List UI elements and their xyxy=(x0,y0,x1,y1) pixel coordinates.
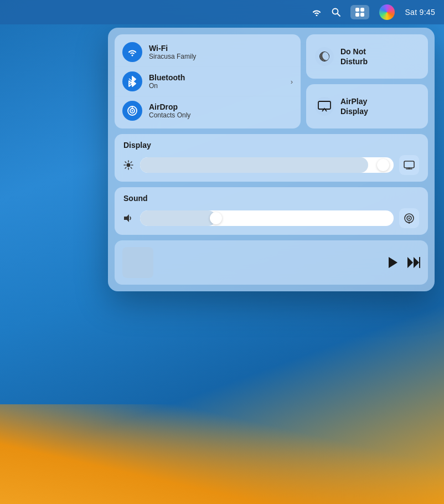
svg-marker-31 xyxy=(414,257,419,268)
control-center-menubar-icon[interactable] xyxy=(350,5,369,19)
svg-point-28 xyxy=(409,218,410,219)
bluetooth-tile[interactable]: Bluetooth On › xyxy=(115,67,301,96)
airplay-display-label: AirPlayDisplay xyxy=(340,96,368,116)
search-menubar-icon[interactable] xyxy=(332,8,340,17)
svg-point-10 xyxy=(132,110,133,112)
volume-slider[interactable] xyxy=(140,210,394,226)
svg-marker-30 xyxy=(407,257,413,268)
cc-top-row: Wi-Fi Siracusa Family Bluetooth On xyxy=(115,34,428,128)
airplay-display-icon xyxy=(315,97,334,116)
brightness-icon xyxy=(123,160,135,170)
svg-rect-4 xyxy=(355,13,359,17)
airdrop-tile-icon xyxy=(122,101,142,121)
display-mirror-button[interactable] xyxy=(399,155,419,175)
bluetooth-subtitle: On xyxy=(149,82,185,90)
display-section-title: Display xyxy=(123,141,419,150)
wifi-tile-icon xyxy=(122,42,142,62)
sound-section: Sound xyxy=(115,187,428,235)
wifi-title: Wi-Fi xyxy=(149,44,196,53)
now-playing-section xyxy=(115,240,428,285)
svg-rect-22 xyxy=(404,161,414,168)
airdrop-tile[interactable]: AirDrop Contacts Only xyxy=(115,96,301,125)
menu-bar: Sat 9:45 xyxy=(0,0,444,24)
play-button[interactable] xyxy=(387,256,398,269)
wifi-menubar-icon[interactable] xyxy=(312,8,322,16)
svg-line-18 xyxy=(125,162,126,163)
svg-rect-3 xyxy=(360,8,364,12)
sound-slider-row xyxy=(123,208,419,228)
siri-menubar-icon[interactable] xyxy=(379,4,395,20)
sound-section-title: Sound xyxy=(123,194,419,203)
airdrop-title: AirDrop xyxy=(149,102,190,111)
svg-line-21 xyxy=(125,167,126,168)
airdrop-tile-text: AirDrop Contacts Only xyxy=(149,102,190,119)
svg-rect-5 xyxy=(360,13,364,17)
display-section: Display xyxy=(115,134,428,182)
display-slider-row xyxy=(123,155,419,175)
do-not-disturb-label: Do NotDisturb xyxy=(340,47,368,66)
bluetooth-tile-text: Bluetooth On xyxy=(149,73,185,90)
do-not-disturb-icon xyxy=(315,47,334,66)
cc-connectivity-group: Wi-Fi Siracusa Family Bluetooth On xyxy=(115,34,301,128)
brightness-slider[interactable] xyxy=(140,157,394,173)
svg-marker-29 xyxy=(389,257,397,268)
svg-rect-32 xyxy=(419,257,420,268)
wifi-tile[interactable]: Wi-Fi Siracusa Family xyxy=(115,38,301,67)
svg-line-1 xyxy=(338,14,340,17)
svg-rect-2 xyxy=(355,8,359,12)
svg-line-20 xyxy=(131,162,132,163)
svg-marker-25 xyxy=(124,214,129,222)
airplay-display-toggle[interactable]: AirPlayDisplay xyxy=(306,84,428,128)
control-center-panel: Wi-Fi Siracusa Family Bluetooth On xyxy=(108,28,435,291)
bluetooth-chevron: › xyxy=(291,78,293,86)
do-not-disturb-toggle[interactable]: Do NotDisturb xyxy=(306,34,428,79)
wifi-tile-text: Wi-Fi Siracusa Family xyxy=(149,44,196,60)
airplay-audio-button[interactable] xyxy=(399,208,419,228)
svg-line-19 xyxy=(131,167,132,168)
player-controls xyxy=(387,256,420,269)
album-art xyxy=(122,247,153,278)
volume-icon xyxy=(123,214,135,223)
siri-gradient-icon xyxy=(379,4,395,20)
bluetooth-title: Bluetooth xyxy=(149,73,185,82)
cc-toggles-group: Do NotDisturb AirPlayDisplay xyxy=(306,34,428,128)
svg-point-13 xyxy=(127,163,131,167)
bluetooth-tile-icon xyxy=(122,71,142,91)
menu-bar-time: Sat 9:45 xyxy=(405,8,435,17)
wifi-subtitle: Siracusa Family xyxy=(149,53,196,60)
airdrop-subtitle: Contacts Only xyxy=(149,111,190,119)
skip-forward-button[interactable] xyxy=(407,256,420,269)
